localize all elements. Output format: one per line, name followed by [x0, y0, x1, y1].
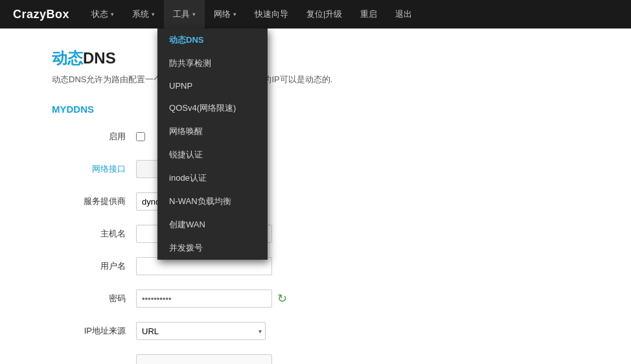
enable-row: 启用	[52, 126, 579, 147]
menu-item-create-wan[interactable]: 创建WAN	[157, 213, 268, 236]
password-label: 密码	[52, 293, 136, 304]
menu-item-nwan[interactable]: N-WAN负载均衡	[157, 190, 268, 213]
nav-logout[interactable]: 退出	[386, 0, 421, 28]
ip-source-select[interactable]: URL WAN IP 自定义	[136, 322, 266, 340]
nav-quick-setup[interactable]: 快速向导	[246, 0, 297, 28]
menu-item-qos[interactable]: QOSv4(网络限速)	[157, 97, 268, 120]
brand[interactable]: CrazyBox	[6, 8, 82, 21]
ip-source-row: IP地址来源 URL WAN IP 自定义 ▾	[52, 321, 579, 341]
provider-row: 服务提供商 dyndns.org no-ip.com 3322.org ▾	[52, 191, 579, 212]
username-label: 用户名	[52, 260, 136, 272]
nav-tools[interactable]: 工具 ▾ 动态DNS 防共享检测 UPNP QOSv4(网络限速) 网络唤醒 锐…	[164, 0, 205, 28]
password-input[interactable]	[136, 290, 272, 308]
nav-restore-upgrade[interactable]: 复位|升级	[297, 0, 351, 28]
extra-input[interactable]	[136, 354, 272, 364]
menu-item-dynamic-dns[interactable]: 动态DNS	[157, 28, 268, 52]
ip-source-label: IP地址来源	[52, 325, 136, 337]
page-description: 动态DNS允许为路由配置一个固定的可以将域名指向变化的IP可以是动态的.	[52, 74, 579, 85]
network-interface-row: 网络接口 wan ? 选择DDN	[52, 159, 579, 179]
main-content: 动态DNS 动态DNS允许为路由配置一个固定的可以将域名指向变化的IP可以是动态…	[0, 28, 631, 364]
menu-item-inode[interactable]: inode认证	[157, 166, 268, 190]
menu-item-concurrent-dial[interactable]: 并发拨号	[157, 236, 268, 260]
chevron-down-icon: ▾	[192, 11, 196, 17]
password-row: 密码 ↻	[52, 288, 579, 309]
network-label: 网络接口	[52, 163, 136, 175]
hostname-label: 主机名	[52, 228, 136, 240]
nav-system[interactable]: 系统 ▾	[123, 0, 164, 28]
ip-source-select-wrap: URL WAN IP 自定义 ▾	[136, 322, 266, 340]
nav-network[interactable]: 网络 ▾	[205, 0, 246, 28]
username-row: 用户名 myusername	[52, 256, 579, 277]
chevron-down-icon: ▾	[233, 11, 236, 17]
navbar: CrazyBox 状态 ▾ 系统 ▾ 工具 ▾ 动态DNS 防共享检测 UPNP…	[0, 0, 631, 28]
menu-item-ruijie[interactable]: 锐捷认证	[157, 143, 268, 166]
chevron-down-icon: ▾	[111, 11, 114, 17]
nav-reboot[interactable]: 重启	[351, 0, 386, 28]
enable-label: 启用	[52, 131, 136, 142]
section-title: MYDDNS	[52, 104, 579, 115]
hostname-row: 主机名 mypersonaldomain.dyndns.org	[52, 223, 579, 244]
provider-label: 服务提供商	[52, 196, 136, 207]
enable-checkbox[interactable]	[136, 132, 145, 141]
extra-row	[52, 353, 579, 364]
nav-status[interactable]: 状态 ▾	[82, 0, 123, 28]
username-input[interactable]: myusername	[136, 257, 272, 275]
menu-item-anti-share[interactable]: 防共享检测	[157, 52, 268, 75]
page-title: 动态DNS	[52, 48, 579, 69]
refresh-icon[interactable]: ↻	[277, 291, 287, 306]
tools-dropdown: 动态DNS 防共享检测 UPNP QOSv4(网络限速) 网络唤醒 锐捷认证 i…	[157, 28, 268, 260]
menu-item-upnp[interactable]: UPNP	[157, 75, 268, 97]
menu-item-wol[interactable]: 网络唤醒	[157, 120, 268, 143]
password-controls: ↻	[136, 290, 287, 308]
chevron-down-icon: ▾	[152, 11, 155, 17]
